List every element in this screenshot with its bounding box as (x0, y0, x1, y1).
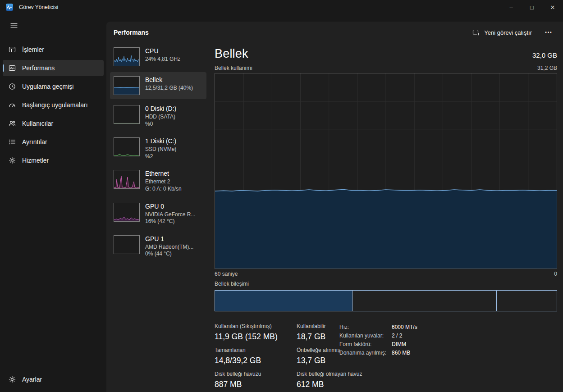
sidebar-item-performance[interactable]: Performans (3, 60, 104, 76)
more-options-button[interactable]: … (541, 26, 556, 39)
maximize-button[interactable]: □ (522, 0, 542, 14)
header-actions: Yeni görevi çalıştır … (468, 26, 556, 39)
sidebar: İşlemler Performans Uygulama geçmişi Baş… (0, 14, 106, 392)
sidebar-item-label: Performans (22, 64, 55, 72)
perf-item-ethernet[interactable]: Ethernet Ethernet 2 G: 0 A: 0 Kb/sn (110, 166, 206, 196)
minimize-button[interactable]: – (501, 0, 522, 14)
perf-item-detail2: %0 (145, 121, 176, 128)
perf-item-detail2: 16% (42 °C) (145, 218, 195, 225)
rstat-label: Donanıma ayrılmış: (339, 350, 392, 356)
perf-item-gpu0[interactable]: GPU 0 NVIDIA GeForce R... 16% (42 °C) (110, 199, 206, 229)
rstat-value: DIMM (392, 341, 406, 347)
users-icon (8, 120, 16, 127)
perf-item-name: 0 Diski (D:) (145, 105, 176, 112)
sidebar-item-label: Başlangıç uygulamaları (22, 101, 88, 109)
disk0-thumbnail-graph (114, 105, 140, 124)
sidebar-item-processes[interactable]: İşlemler (3, 41, 104, 58)
performance-list: CPU 24% 4,81 GHz Bellek 12,5/31, (110, 43, 206, 392)
composition-label: Bellek bileşimi (215, 281, 557, 287)
rstat-label: Kullanılan yuvalar: (339, 333, 392, 339)
sidebar-item-label: Ayrıntılar (22, 138, 47, 146)
rstat-label: Hız: (339, 324, 392, 330)
details-list-icon (8, 138, 16, 146)
perf-item-disk1[interactable]: 1 Diski (C:) SSD (NVMe) %2 (110, 133, 206, 164)
disk1-thumbnail-graph (114, 137, 140, 156)
run-new-task-icon (472, 29, 480, 36)
stat-value: 14,8/39,2 GB (215, 356, 291, 365)
stat-value: 612 MB (297, 380, 362, 389)
perf-item-name: 1 Diski (C:) (145, 137, 176, 145)
perf-item-cpu[interactable]: CPU 24% 4,81 GHz (110, 43, 206, 70)
usage-label: Bellek kullanımı (215, 65, 252, 71)
rstat-value: 860 MB (392, 350, 410, 356)
content-body: CPU 24% 4,81 GHz Bellek 12,5/31, (106, 39, 563, 392)
stat-value: 13,7 GB (297, 356, 362, 365)
perf-item-detail2: G: 0 A: 0 Kb/sn (145, 186, 182, 193)
perf-item-memory[interactable]: Bellek 12,5/31,2 GB (40%) (110, 72, 206, 99)
sidebar-item-label: İşlemler (22, 46, 44, 53)
memory-thumbnail-graph (114, 76, 140, 95)
scale-top-label: 31,2 GB (537, 65, 557, 71)
sidebar-item-label: Hizmetler (22, 157, 49, 164)
sidebar-item-services[interactable]: Hizmetler (3, 152, 104, 169)
memory-hardware-stats: Hız: 6000 MT/s Kullanılan yuvalar: 2 / 2… (339, 324, 417, 356)
perf-item-detail: AMD Radeon(TM)... (145, 244, 193, 251)
history-icon (8, 83, 16, 90)
perf-item-name: GPU 0 (145, 203, 195, 210)
x-axis-left-label: 60 saniye (215, 271, 238, 277)
perf-item-detail: HDD (SATA) (145, 114, 176, 121)
cpu-thumbnail-graph (114, 47, 140, 66)
composition-segment-modified (346, 291, 352, 311)
stat-label: Disk belleği olmayan havuz (297, 371, 362, 377)
window-controls: – □ ✕ (501, 0, 563, 14)
perf-item-gpu1[interactable]: GPU 1 AMD Radeon(TM)... 0% (44 °C) (110, 231, 206, 262)
perf-item-detail2: 0% (44 °C) (145, 251, 193, 258)
perf-item-name: Ethernet (145, 170, 182, 177)
memory-usage-graph (215, 73, 557, 269)
perf-item-disk0[interactable]: 0 Diski (D:) HDD (SATA) %0 (110, 101, 206, 132)
sidebar-item-label: Kullanıcılar (22, 120, 53, 127)
startup-gauge-icon (8, 101, 16, 109)
services-gear-icon (8, 157, 16, 164)
titlebar: Görev Yöneticisi – □ ✕ (0, 0, 563, 14)
memory-detail-header: Bellek 32,0 GB (215, 47, 557, 61)
sidebar-nav-list: İşlemler Performans Uygulama geçmişi Baş… (3, 41, 104, 169)
stat-value: 11,9 GB (152 MB) (215, 332, 291, 342)
sidebar-item-app-history[interactable]: Uygulama geçmişi (3, 78, 104, 95)
content-header: Performans Yeni görevi çalıştır … (106, 22, 563, 39)
rstat-value: 6000 MT/s (392, 324, 417, 330)
graph-x-axis-row: 60 saniye 0 (215, 271, 557, 277)
rstat-value: 2 / 2 (392, 333, 402, 339)
graph-scale-row: Bellek kullanımı 31,2 GB (215, 65, 557, 71)
memory-total-capacity: 32,0 GB (532, 51, 557, 59)
stat-label: Disk belleği havuzu (215, 371, 291, 377)
content-panel: Performans Yeni görevi çalıştır … (106, 22, 563, 392)
rstat-label: Form faktörü: (339, 341, 392, 347)
sidebar-item-settings[interactable]: Ayarlar (3, 371, 104, 387)
memory-detail-panel: Bellek 32,0 GB Bellek kullanımı 31,2 GB … (206, 43, 557, 392)
perf-item-detail2: %2 (145, 153, 176, 160)
perf-item-detail: 12,5/31,2 GB (40%) (145, 85, 193, 92)
perf-item-name: CPU (145, 47, 180, 55)
performance-icon (8, 64, 16, 72)
sidebar-item-startup-apps[interactable]: Başlangıç uygulamaları (3, 97, 104, 113)
close-button[interactable]: ✕ (542, 0, 563, 14)
sidebar-item-users[interactable]: Kullanıcılar (3, 115, 104, 132)
gpu0-thumbnail-graph (114, 203, 140, 222)
gpu1-thumbnail-graph (114, 235, 140, 254)
sidebar-item-details[interactable]: Ayrıntılar (3, 134, 104, 150)
x-axis-right-label: 0 (554, 271, 557, 277)
memory-composition-bar (215, 290, 557, 311)
perf-item-name: GPU 1 (145, 235, 193, 242)
perf-item-detail: Ethernet 2 (145, 178, 182, 186)
page-title: Performans (114, 29, 149, 36)
composition-segment-standby (352, 291, 496, 311)
hamburger-menu-button[interactable] (5, 18, 23, 33)
stat-label: Tamamlanan (215, 347, 291, 353)
composition-segment-in-use (215, 291, 346, 311)
run-new-task-button[interactable]: Yeni görevi çalıştır (468, 26, 536, 39)
perf-item-detail: NVIDIA GeForce R... (145, 211, 195, 219)
stat-value: 887 MB (215, 380, 291, 389)
perf-item-detail: 24% 4,81 GHz (145, 56, 180, 63)
sidebar-item-label: Uygulama geçmişi (22, 83, 73, 90)
